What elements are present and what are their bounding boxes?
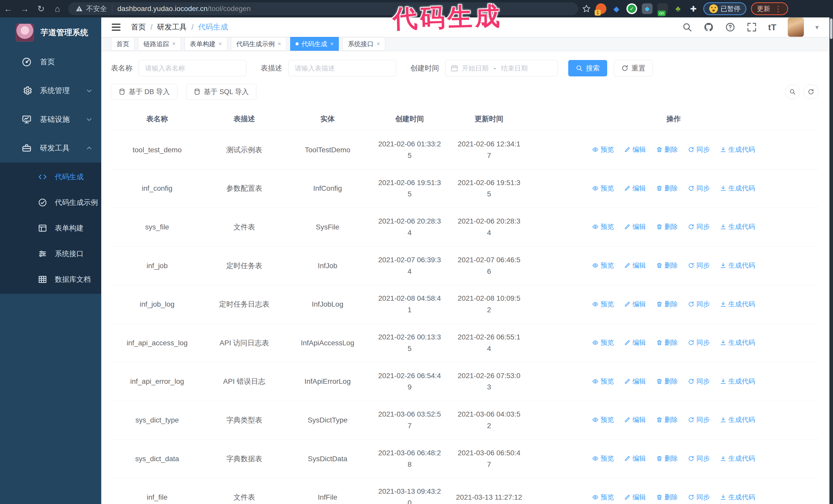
- edit-link[interactable]: 编辑: [624, 300, 646, 309]
- delete-link[interactable]: 删除: [656, 222, 678, 231]
- import-sql-button[interactable]: 基于 SQL 导入: [186, 84, 256, 100]
- extension-icon-green-check[interactable]: ✓: [626, 3, 637, 14]
- update-button[interactable]: 更新 ⋮: [751, 2, 788, 15]
- extensions-puzzle-icon[interactable]: ✚: [688, 3, 699, 14]
- fullscreen-icon[interactable]: [747, 22, 757, 32]
- sync-link[interactable]: 同步: [688, 493, 710, 502]
- not-secure-label[interactable]: 不安全: [86, 4, 107, 13]
- font-size-icon[interactable]: tT: [768, 22, 776, 32]
- table-name-input[interactable]: [139, 60, 246, 76]
- extension-icon-plant[interactable]: ♣: [672, 3, 683, 14]
- preview-link[interactable]: 预览: [592, 300, 614, 309]
- delete-link[interactable]: 删除: [656, 377, 678, 386]
- close-icon[interactable]: ×: [172, 41, 175, 47]
- sync-link[interactable]: 同步: [688, 300, 710, 309]
- preview-link[interactable]: 预览: [592, 222, 614, 231]
- sidebar-item-form-builder[interactable]: 表单构建: [0, 215, 101, 241]
- generate-code-link[interactable]: 生成代码: [720, 415, 755, 424]
- bookmark-star-icon[interactable]: [582, 4, 591, 13]
- tab-form-builder[interactable]: 表单构建×: [185, 37, 227, 51]
- tab-tracing[interactable]: 链路追踪×: [138, 37, 181, 51]
- sidebar-item-codegen-example[interactable]: 代码生成示例: [0, 190, 101, 215]
- sidebar-item-devtools[interactable]: 研发工具: [0, 134, 101, 163]
- delete-link[interactable]: 删除: [656, 338, 678, 347]
- generate-code-link[interactable]: 生成代码: [720, 145, 755, 154]
- tab-codegen-example[interactable]: 代码生成示例×: [231, 37, 287, 51]
- sidebar-item-infra[interactable]: 基础设施: [0, 105, 101, 134]
- delete-link[interactable]: 删除: [656, 261, 678, 270]
- delete-link[interactable]: 删除: [656, 145, 678, 154]
- scrollbar-thumb[interactable]: [830, 19, 832, 39]
- edit-link[interactable]: 编辑: [624, 377, 646, 386]
- tab-system-api[interactable]: 系统接口×: [342, 37, 385, 51]
- sync-link[interactable]: 同步: [688, 222, 710, 231]
- edit-link[interactable]: 编辑: [624, 145, 646, 154]
- back-icon[interactable]: ←: [0, 4, 17, 14]
- generate-code-link[interactable]: 生成代码: [720, 184, 755, 193]
- edit-link[interactable]: 编辑: [624, 454, 646, 463]
- avatar-caret-icon[interactable]: ▾: [815, 23, 819, 31]
- reload-icon[interactable]: ↻: [33, 4, 49, 14]
- reset-button[interactable]: 重置: [614, 60, 653, 76]
- preview-link[interactable]: 预览: [592, 493, 614, 502]
- sidebar-item-system-api[interactable]: 系统接口: [0, 241, 101, 267]
- extension-icon-gem[interactable]: ◆: [611, 3, 622, 14]
- edit-link[interactable]: 编辑: [624, 415, 646, 424]
- tab-codegen[interactable]: 代码生成×: [290, 37, 339, 51]
- preview-link[interactable]: 预览: [592, 415, 614, 424]
- generate-code-link[interactable]: 生成代码: [720, 454, 755, 463]
- breadcrumb-home[interactable]: 首页: [131, 22, 146, 32]
- generate-code-link[interactable]: 生成代码: [720, 261, 755, 270]
- breadcrumb-devtools[interactable]: 研发工具: [157, 22, 187, 32]
- generate-code-link[interactable]: 生成代码: [720, 338, 755, 347]
- edit-link[interactable]: 编辑: [624, 184, 646, 193]
- app-logo-row[interactable]: 芋道管理系统: [0, 18, 101, 48]
- import-db-button[interactable]: 基于 DB 导入: [111, 84, 177, 100]
- delete-link[interactable]: 删除: [656, 493, 678, 502]
- close-icon[interactable]: ×: [219, 41, 222, 47]
- close-icon[interactable]: ×: [377, 41, 380, 47]
- sidebar-item-home[interactable]: 首页: [0, 48, 101, 76]
- date-range-picker[interactable]: 开始日期 - 结束日期: [445, 60, 558, 76]
- edit-link[interactable]: 编辑: [624, 222, 646, 231]
- preview-link[interactable]: 预览: [592, 338, 614, 347]
- generate-code-link[interactable]: 生成代码: [720, 377, 755, 386]
- preview-link[interactable]: 预览: [592, 145, 614, 154]
- generate-code-link[interactable]: 生成代码: [720, 222, 755, 231]
- sidebar-item-codegen[interactable]: 代码生成: [0, 164, 101, 190]
- delete-link[interactable]: 删除: [656, 184, 678, 193]
- preview-link[interactable]: 预览: [592, 377, 614, 386]
- paused-badge[interactable]: 已暂停: [703, 2, 746, 15]
- forward-icon[interactable]: →: [17, 4, 33, 14]
- generate-code-link[interactable]: 生成代码: [720, 300, 755, 309]
- extension-icon-orange[interactable]: 1: [596, 3, 606, 14]
- extension-icon-on[interactable]: on: [657, 3, 668, 14]
- edit-link[interactable]: 编辑: [624, 338, 646, 347]
- sync-link[interactable]: 同步: [688, 261, 710, 270]
- sync-link[interactable]: 同步: [688, 454, 710, 463]
- close-icon[interactable]: ×: [330, 41, 334, 47]
- table-desc-input[interactable]: [288, 60, 396, 76]
- sidebar-item-db-docs[interactable]: 数据库文档: [0, 267, 101, 292]
- preview-link[interactable]: 预览: [592, 261, 614, 270]
- edit-link[interactable]: 编辑: [624, 261, 646, 270]
- sidebar-item-system[interactable]: 系统管理: [0, 76, 101, 105]
- search-icon[interactable]: [682, 22, 692, 32]
- generate-code-link[interactable]: 生成代码: [720, 493, 755, 502]
- sidebar-collapse-icon[interactable]: [111, 22, 121, 32]
- sync-link[interactable]: 同步: [688, 377, 710, 386]
- home-icon[interactable]: ⌂: [49, 4, 66, 14]
- browser-menu-icon[interactable]: ⋮: [774, 4, 782, 13]
- preview-link[interactable]: 预览: [592, 454, 614, 463]
- toggle-search-button[interactable]: [785, 85, 800, 99]
- delete-link[interactable]: 删除: [656, 454, 678, 463]
- sync-link[interactable]: 同步: [688, 145, 710, 154]
- help-icon[interactable]: [725, 22, 735, 32]
- preview-link[interactable]: 预览: [592, 184, 614, 193]
- extension-icon-grid[interactable]: ◆: [642, 3, 652, 14]
- refresh-table-button[interactable]: [804, 85, 818, 99]
- edit-link[interactable]: 编辑: [624, 493, 646, 502]
- github-icon[interactable]: [704, 22, 714, 32]
- close-icon[interactable]: ×: [278, 41, 281, 47]
- delete-link[interactable]: 删除: [656, 300, 678, 309]
